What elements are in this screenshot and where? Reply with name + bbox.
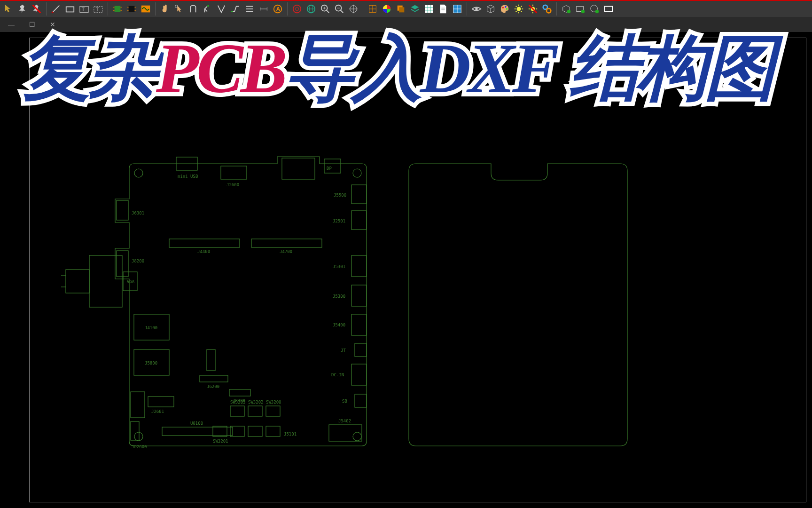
svg-text:J5301: J5301 [333, 264, 345, 269]
circle-add-icon[interactable] [588, 2, 601, 16]
svg-line-73 [516, 6, 517, 7]
circle-target-icon[interactable] [290, 2, 304, 16]
svg-text:J6301: J6301 [132, 211, 144, 215]
svg-text:mini USB: mini USB [178, 174, 198, 179]
pointer-click-icon[interactable] [172, 2, 186, 16]
close-icon[interactable]: ✕ [47, 19, 58, 30]
svg-text:J5800: J5800 [145, 361, 157, 365]
svg-point-21 [231, 11, 233, 13]
svg-rect-99 [282, 158, 315, 179]
svg-rect-144 [200, 375, 228, 382]
chip-green-icon[interactable] [111, 2, 124, 16]
svg-line-74 [521, 11, 522, 12]
cube-icon[interactable] [484, 2, 497, 16]
title-part-4: 结构图 [570, 33, 773, 103]
document-icon[interactable] [437, 2, 450, 16]
globe-icon[interactable] [304, 2, 318, 16]
svg-rect-90 [605, 7, 613, 12]
svg-text:J2600: J2600 [226, 183, 239, 187]
rect-tool-icon[interactable] [63, 2, 77, 16]
pointer-icon[interactable] [2, 2, 15, 16]
crosshair-icon[interactable] [347, 2, 360, 16]
minimize-icon[interactable]: — [6, 19, 17, 30]
svg-point-2 [52, 12, 54, 14]
svg-text:J5400: J5400 [333, 323, 345, 327]
layer-stack-icon[interactable] [408, 2, 422, 16]
svg-point-31 [295, 7, 298, 10]
unpin-icon[interactable] [30, 2, 43, 16]
svg-text:JT: JT [341, 348, 346, 353]
svg-text:J4100: J4100 [145, 325, 157, 330]
svg-rect-154 [213, 426, 227, 437]
svg-text:DC-IN: DC-IN [331, 373, 344, 377]
svg-line-82 [529, 5, 537, 13]
color-wheel-icon[interactable] [380, 2, 393, 16]
brightness-icon[interactable] [512, 2, 525, 16]
svg-line-1 [53, 6, 60, 13]
svg-text:SW3203: SW3203 [230, 400, 246, 405]
text-box-icon[interactable]: T [78, 2, 91, 16]
inspect-icon[interactable] [451, 2, 464, 16]
brightness-off-icon[interactable] [526, 2, 539, 16]
distance-icon[interactable] [257, 2, 270, 16]
pcb-drawing: mini USB J2600 DP J6301 J8200 VGA J4400 … [61, 140, 653, 469]
svg-text:SW3201: SW3201 [213, 439, 228, 444]
grid-icon[interactable] [366, 2, 379, 16]
svg-text:J5402: J5402 [338, 419, 351, 423]
svg-rect-8 [115, 6, 121, 12]
svg-text:J5300: J5300 [333, 294, 345, 299]
svg-point-20 [207, 5, 209, 7]
svg-rect-102 [117, 200, 128, 220]
pin-icon[interactable] [16, 2, 29, 16]
svg-rect-160 [162, 427, 233, 436]
svg-point-92 [353, 169, 361, 177]
link-icon[interactable] [540, 2, 554, 16]
svg-point-85 [567, 10, 570, 13]
svg-point-67 [506, 8, 508, 10]
svg-rect-107 [66, 270, 89, 293]
wave-icon[interactable] [139, 2, 152, 16]
chip-black-icon[interactable] [125, 2, 138, 16]
svg-point-94 [353, 432, 361, 441]
svg-text:J4400: J4400 [197, 249, 210, 254]
svg-point-91 [134, 169, 143, 177]
uturn-icon[interactable] [187, 2, 200, 16]
svg-text:J2501: J2501 [333, 219, 345, 223]
svg-rect-146 [229, 389, 250, 396]
trace-icon[interactable] [229, 2, 242, 16]
svg-text:J5101: J5101 [284, 432, 297, 437]
branch-icon[interactable] [201, 2, 214, 16]
zoom-fit-icon[interactable] [319, 2, 332, 16]
svg-line-40 [341, 10, 344, 13]
svg-rect-138 [131, 392, 145, 418]
target-a-icon[interactable]: A [271, 2, 284, 16]
svg-rect-106 [89, 255, 122, 307]
rect-add-icon[interactable] [574, 2, 587, 16]
title-part-3: 导入DXF [285, 33, 556, 103]
svg-text:J4700: J4700 [280, 249, 292, 254]
rect-white-icon[interactable] [602, 2, 615, 16]
v-shape-icon[interactable] [215, 2, 228, 16]
svg-point-64 [475, 8, 478, 10]
svg-rect-141 [131, 421, 139, 440]
zoom-out-icon[interactable] [333, 2, 346, 16]
svg-rect-139 [148, 397, 174, 407]
svg-text:SW3202: SW3202 [248, 400, 264, 405]
layers-icon[interactable] [243, 2, 256, 16]
text-outline-icon[interactable]: T [92, 2, 105, 16]
svg-rect-128 [351, 364, 367, 385]
svg-point-87 [581, 10, 585, 13]
hand-icon[interactable] [158, 2, 172, 16]
maximize-icon[interactable]: ☐ [26, 19, 38, 30]
palette-icon[interactable] [498, 2, 511, 16]
svg-text:J6200: J6200 [207, 384, 219, 389]
shape-add-icon[interactable] [560, 2, 573, 16]
spreadsheet-icon[interactable] [422, 2, 436, 16]
line-tool-icon[interactable] [49, 2, 62, 16]
layer-copy-icon[interactable] [394, 2, 407, 16]
svg-text:SB: SB [342, 399, 347, 404]
svg-rect-112 [169, 239, 240, 247]
eye-icon[interactable] [470, 2, 483, 16]
svg-text:J2601: J2601 [151, 409, 164, 414]
svg-line-36 [327, 10, 329, 13]
